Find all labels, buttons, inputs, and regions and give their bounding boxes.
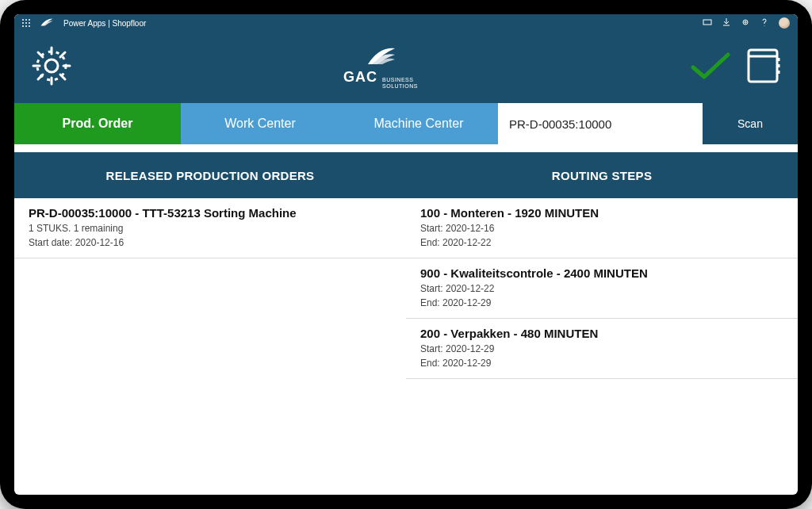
top-system-bar: Power Apps | Shopfloor — [14, 14, 798, 32]
section-header-orders: RELEASED PRODUCTION ORDERS — [14, 152, 406, 198]
app-screen: Power Apps | Shopfloor — [14, 14, 798, 495]
step-end: End: 2020-12-29 — [420, 358, 783, 369]
brand-main: GAC — [343, 69, 377, 86]
step-end: End: 2020-12-29 — [420, 297, 783, 308]
step-end: End: 2020-12-22 — [420, 237, 783, 248]
svg-point-4 — [25, 22, 27, 24]
step-title: 100 - Monteren - 1920 MINUTEN — [420, 206, 783, 220]
log-book-icon[interactable] — [745, 47, 782, 88]
svg-point-7 — [25, 25, 27, 27]
svg-point-8 — [29, 25, 30, 27]
tablet-frame: Power Apps | Shopfloor — [0, 0, 812, 509]
tab-prod-order[interactable]: Prod. Order — [14, 103, 181, 144]
brand-sub: BUSINESSSOLUTIONS — [382, 77, 418, 90]
search-input[interactable] — [509, 117, 691, 131]
svg-point-2 — [29, 19, 30, 21]
breadcrumb: Power Apps | Shopfloor — [63, 19, 146, 28]
step-item[interactable]: 200 - Verpakken - 480 MINUTEN Start: 202… — [406, 319, 798, 379]
settings-gear-icon[interactable] — [30, 44, 73, 90]
brand-swoosh-icon — [40, 17, 54, 29]
scan-button[interactable]: Scan — [703, 103, 798, 144]
svg-point-12 — [45, 59, 58, 72]
step-item[interactable]: 100 - Monteren - 1920 MINUTEN Start: 202… — [406, 198, 798, 258]
svg-point-0 — [22, 19, 24, 21]
order-item[interactable]: PR-D-00035:10000 - TTT-53213 Sorting Mac… — [14, 198, 406, 258]
tab-machine-center[interactable]: Machine Center — [339, 103, 498, 144]
avatar[interactable] — [779, 17, 790, 29]
order-title: PR-D-00035:10000 - TTT-53213 Sorting Mac… — [29, 206, 392, 220]
svg-rect-14 — [749, 50, 777, 82]
orders-column: PR-D-00035:10000 - TTT-53213 Sorting Mac… — [14, 198, 406, 495]
confirm-check-icon[interactable] — [688, 50, 733, 85]
download-icon[interactable] — [722, 17, 731, 29]
tab-work-center[interactable]: Work Center — [181, 103, 339, 144]
search-area — [498, 103, 703, 144]
app-header: GAC BUSINESSSOLUTIONS — [14, 32, 798, 103]
step-title: 200 - Verpakken - 480 MINUTEN — [420, 327, 783, 340]
svg-rect-9 — [703, 20, 711, 25]
svg-point-3 — [22, 22, 24, 24]
order-start: Start date: 2020-12-16 — [29, 237, 392, 248]
brand-logo: GAC BUSINESSSOLUTIONS — [343, 45, 418, 90]
step-title: 900 - Kwaliteitscontrole - 2400 MINUTEN — [420, 266, 783, 280]
help-icon[interactable] — [760, 17, 769, 29]
fit-icon[interactable] — [703, 17, 712, 29]
content-area: PR-D-00035:10000 - TTT-53213 Sorting Mac… — [14, 198, 798, 495]
svg-point-10 — [743, 20, 748, 25]
section-headers: RELEASED PRODUCTION ORDERS ROUTING STEPS — [14, 152, 798, 198]
step-start: Start: 2020-12-29 — [420, 343, 783, 354]
section-header-steps: ROUTING STEPS — [406, 152, 798, 198]
step-start: Start: 2020-12-16 — [420, 223, 783, 234]
step-item[interactable]: 900 - Kwaliteitscontrole - 2400 MINUTEN … — [406, 258, 798, 319]
svg-point-5 — [29, 22, 30, 24]
steps-column: 100 - Monteren - 1920 MINUTEN Start: 202… — [406, 198, 798, 495]
svg-point-11 — [745, 21, 746, 23]
step-start: Start: 2020-12-22 — [420, 283, 783, 294]
app-launcher-icon[interactable] — [22, 19, 30, 27]
svg-point-6 — [22, 25, 24, 27]
order-qty: 1 STUKS. 1 remaining — [29, 223, 392, 234]
svg-point-1 — [25, 19, 27, 21]
gear-small-icon[interactable] — [741, 17, 750, 29]
tab-bar: Prod. Order Work Center Machine Center S… — [14, 103, 798, 144]
